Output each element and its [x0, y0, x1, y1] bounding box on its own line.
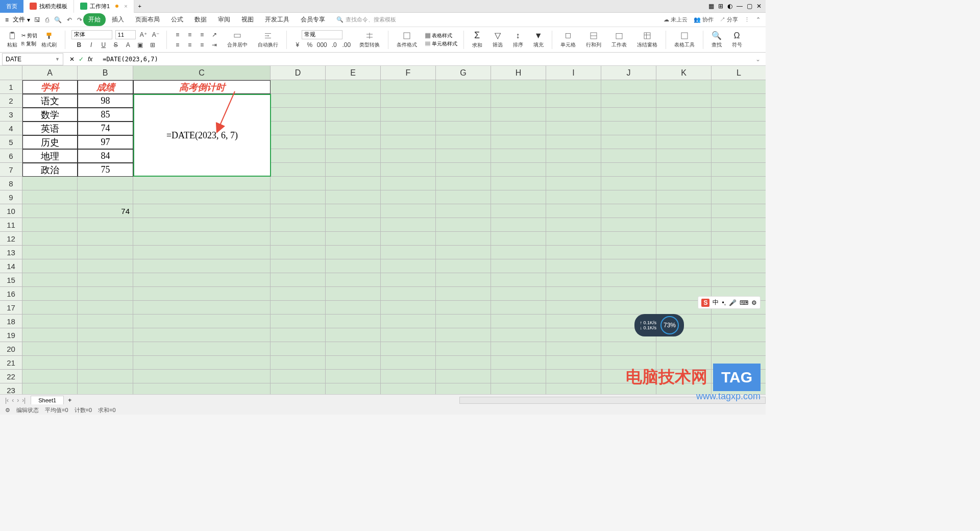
- align-left-icon[interactable]: ≡: [173, 40, 182, 50]
- number-format-select[interactable]: [302, 30, 342, 39]
- cell-F22[interactable]: [381, 370, 436, 383]
- row-header-12[interactable]: 12: [0, 232, 22, 246]
- worksheet-button[interactable]: 工作表: [609, 30, 629, 50]
- last-sheet-icon[interactable]: ›|: [22, 397, 26, 404]
- format-painter-button[interactable]: 格式刷: [39, 30, 59, 50]
- indent-icon[interactable]: ⇥: [210, 40, 219, 50]
- cell-I12[interactable]: [546, 232, 601, 246]
- cell-C1[interactable]: 高考倒计时: [133, 80, 271, 94]
- cell-L15[interactable]: [712, 273, 766, 287]
- size-select[interactable]: [115, 30, 136, 39]
- cell-C9[interactable]: [133, 190, 271, 204]
- cell-G16[interactable]: [436, 287, 491, 301]
- cell-D1[interactable]: [271, 80, 326, 94]
- cell-A3[interactable]: 数学: [22, 108, 78, 122]
- close-icon[interactable]: ×: [124, 3, 127, 9]
- fill-color-button[interactable]: ▣: [136, 40, 145, 50]
- cell-E19[interactable]: [326, 328, 381, 342]
- cell-C15[interactable]: [133, 273, 271, 287]
- cell-E7[interactable]: [326, 163, 381, 177]
- cell-C21[interactable]: [133, 356, 271, 370]
- active-editing-cell[interactable]: =DATE(2023, 6, 7): [133, 94, 271, 177]
- cell-D21[interactable]: [271, 356, 326, 370]
- tab-workbook[interactable]: 工作簿1 ×: [74, 0, 134, 13]
- cell-J12[interactable]: [601, 232, 656, 246]
- cell-H19[interactable]: [491, 328, 546, 342]
- cell-K8[interactable]: [656, 177, 712, 190]
- find-button[interactable]: 🔍查找: [709, 30, 724, 50]
- cell-H2[interactable]: [491, 94, 546, 108]
- ime-mic-icon[interactable]: 🎤: [729, 299, 737, 306]
- col-header-A[interactable]: A: [22, 66, 78, 80]
- cell-A6[interactable]: 地理: [22, 149, 78, 163]
- cell-A4[interactable]: 英语: [22, 122, 78, 135]
- cell-B11[interactable]: [78, 218, 133, 232]
- cell-L14[interactable]: [712, 259, 766, 273]
- cell-J4[interactable]: [601, 122, 656, 135]
- cell-F18[interactable]: [381, 315, 436, 328]
- prev-sheet-icon[interactable]: ‹: [12, 397, 14, 404]
- ime-lang[interactable]: 中: [713, 298, 719, 307]
- cell-D11[interactable]: [271, 218, 326, 232]
- cell-J11[interactable]: [601, 218, 656, 232]
- cell-G21[interactable]: [436, 356, 491, 370]
- cell-L12[interactable]: [712, 232, 766, 246]
- cell-H1[interactable]: [491, 80, 546, 94]
- cut-button[interactable]: ✂ 剪切: [21, 32, 37, 39]
- hamburger-icon[interactable]: ≡: [5, 16, 9, 23]
- cell-J15[interactable]: [601, 273, 656, 287]
- cell-K12[interactable]: [656, 232, 712, 246]
- cell-B14[interactable]: [78, 259, 133, 273]
- ime-keyboard-icon[interactable]: ⌨: [740, 299, 748, 306]
- cell-L5[interactable]: [712, 135, 766, 149]
- ime-settings-icon[interactable]: ⚙: [751, 299, 757, 306]
- grid-icon[interactable]: ▦: [708, 3, 714, 10]
- cell-K1[interactable]: [656, 80, 712, 94]
- col-header-H[interactable]: H: [491, 66, 546, 80]
- tab-add[interactable]: +: [134, 0, 145, 13]
- cell-D22[interactable]: [271, 370, 326, 383]
- cell-F8[interactable]: [381, 177, 436, 190]
- cell-I13[interactable]: [546, 246, 601, 259]
- underline-button[interactable]: U: [99, 40, 108, 50]
- cell-D7[interactable]: [271, 163, 326, 177]
- cell-K9[interactable]: [656, 190, 712, 204]
- col-header-K[interactable]: K: [656, 66, 712, 80]
- cell-F11[interactable]: [381, 218, 436, 232]
- row-header-5[interactable]: 5: [0, 135, 22, 149]
- cell-A14[interactable]: [22, 259, 78, 273]
- sort-button[interactable]: ↕排序: [511, 30, 525, 50]
- cell-H16[interactable]: [491, 287, 546, 301]
- cell-B6[interactable]: 84: [78, 149, 133, 163]
- cell-D6[interactable]: [271, 149, 326, 163]
- cell-K4[interactable]: [656, 122, 712, 135]
- col-header-E[interactable]: E: [326, 66, 381, 80]
- cell-H22[interactable]: [491, 370, 546, 383]
- cell-H20[interactable]: [491, 342, 546, 356]
- col-header-J[interactable]: J: [601, 66, 656, 80]
- cell-H4[interactable]: [491, 122, 546, 135]
- cell-B7[interactable]: 75: [78, 163, 133, 177]
- orientation-icon[interactable]: ↗: [210, 30, 219, 39]
- cell-D18[interactable]: [271, 315, 326, 328]
- minimize-icon[interactable]: —: [737, 3, 743, 10]
- cell-B18[interactable]: [78, 315, 133, 328]
- cloud-status[interactable]: ☁ 未上云: [664, 16, 688, 23]
- cell-C14[interactable]: [133, 259, 271, 273]
- row-header-10[interactable]: 10: [0, 204, 22, 218]
- row-header-21[interactable]: 21: [0, 356, 22, 370]
- cell-C12[interactable]: [133, 232, 271, 246]
- cell-G4[interactable]: [436, 122, 491, 135]
- cell-J3[interactable]: [601, 108, 656, 122]
- tab-template[interactable]: 找稻壳模板: [23, 0, 74, 13]
- cell-F16[interactable]: [381, 287, 436, 301]
- cell-I1[interactable]: [546, 80, 601, 94]
- cell-G11[interactable]: [436, 218, 491, 232]
- bold-button[interactable]: B: [75, 40, 84, 50]
- cell-E5[interactable]: [326, 135, 381, 149]
- cell-B22[interactable]: [78, 370, 133, 383]
- cell-D10[interactable]: [271, 204, 326, 218]
- redo-icon[interactable]: ↷: [77, 16, 82, 23]
- menu-tab-member[interactable]: 会员专享: [296, 13, 330, 26]
- cell-J7[interactable]: [601, 163, 656, 177]
